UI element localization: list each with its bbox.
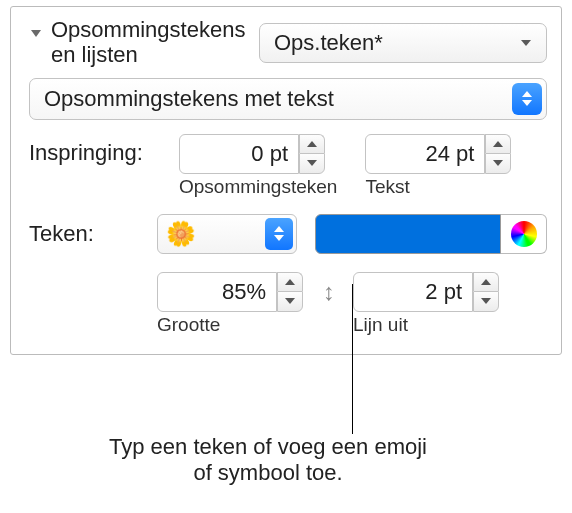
bullet-indent-field[interactable]: 0 pt [179, 134, 299, 174]
panel-title: Opsommings­tekens en lijsten [51, 17, 251, 68]
text-indent-group: 24 pt Tekst [365, 134, 511, 198]
character-select[interactable]: 🌼 [157, 214, 297, 254]
color-swatch[interactable] [315, 214, 501, 254]
character-label: Teken: [29, 221, 139, 247]
stepper-up-icon[interactable] [485, 134, 511, 154]
disclosure-chevron-icon[interactable] [29, 27, 43, 41]
indent-row: Inspringing: 0 pt Opsommingsteken 24 pt … [29, 134, 547, 198]
stepper-down-icon[interactable] [299, 153, 325, 174]
stepper-down-icon[interactable] [277, 291, 303, 312]
stepper-up-icon[interactable] [277, 272, 303, 292]
character-emoji: 🌼 [166, 220, 196, 248]
callout-text: Typ een teken of voeg een emoji of symbo… [108, 434, 428, 487]
stepper-up-icon[interactable] [299, 134, 325, 154]
stepper-up-icon[interactable] [473, 272, 499, 292]
text-indent-stepper[interactable] [485, 134, 511, 174]
stepper-down-icon[interactable] [473, 291, 499, 312]
popup-arrows-icon [512, 83, 542, 115]
popup-arrows-icon [265, 218, 293, 250]
align-field[interactable]: 2 pt [353, 272, 473, 312]
color-picker-button[interactable] [501, 214, 547, 254]
list-style-label: Ops.teken* [274, 30, 383, 56]
bullet-type-label: Opsommingstekens met tekst [44, 86, 334, 112]
align-link-icon[interactable]: ↕ [313, 272, 345, 312]
indent-label: Inspringing: [29, 134, 179, 166]
size-field[interactable]: 85% [157, 272, 277, 312]
text-indent-caption: Tekst [365, 176, 409, 198]
size-row: 85% Grootte ↕ 2 pt Lijn uit [29, 272, 547, 336]
bullet-indent-group: 0 pt Opsommingsteken [179, 134, 337, 198]
bullet-type-select[interactable]: Opsommingstekens met tekst [29, 78, 547, 120]
stepper-down-icon[interactable] [485, 153, 511, 174]
size-caption: Grootte [157, 314, 220, 336]
align-group: 2 pt Lijn uit [353, 272, 499, 336]
size-group: 85% Grootte [157, 272, 303, 336]
callout-leader-line [352, 284, 353, 434]
list-style-select[interactable]: Ops.teken* [259, 23, 547, 63]
size-stepper[interactable] [277, 272, 303, 312]
text-indent-field[interactable]: 24 pt [365, 134, 485, 174]
bullets-lists-panel: Opsommings­tekens en lijsten Ops.teken* … [10, 6, 562, 355]
align-stepper[interactable] [473, 272, 499, 312]
align-caption: Lijn uit [353, 314, 408, 336]
bullet-color-well [315, 214, 547, 254]
bullet-indent-caption: Opsommingsteken [179, 176, 337, 198]
bullet-indent-stepper[interactable] [299, 134, 325, 174]
character-row: Teken: 🌼 [29, 214, 547, 254]
color-wheel-icon [511, 221, 537, 247]
chevron-down-icon [518, 35, 534, 51]
panel-header: Opsommings­tekens en lijsten Ops.teken* [29, 17, 547, 68]
